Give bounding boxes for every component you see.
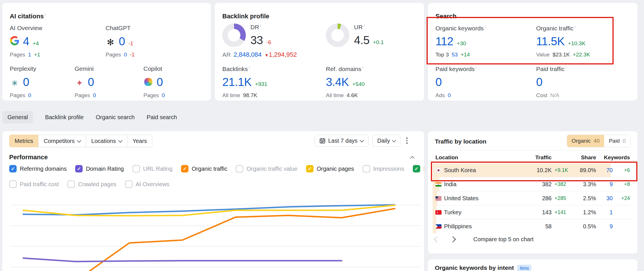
chart-line-domain-rating[interactable]: [23, 258, 342, 262]
info-icon[interactable]: i: [363, 65, 363, 70]
top3-value[interactable]: 53: [452, 52, 458, 58]
traffic-row-south-korea[interactable]: South Korea10.2K+9.1K89.0%70+6: [433, 163, 633, 177]
unchecked-checkbox-icon[interactable]: [236, 165, 243, 172]
tab-backlink-profile[interactable]: Backlink profile: [45, 111, 84, 123]
compare-top5-button[interactable]: Compare top 5 on chart: [473, 236, 534, 243]
metric-checkbox-paid-traffic-cost[interactable]: Paid traffic cost: [9, 180, 59, 188]
metric-checkbox-url-rating[interactable]: URL Rating: [133, 165, 173, 172]
ads-value[interactable]: 0: [448, 92, 451, 99]
keywords-value[interactable]: 30: [596, 195, 613, 202]
metrics-button[interactable]: Metrics: [9, 135, 38, 147]
granularity-dropdown[interactable]: Daily: [372, 135, 400, 147]
traffic-row-india[interactable]: India382+3823.3%9+8: [433, 177, 633, 191]
ar-delta: 1,294,952: [269, 51, 297, 58]
previous-page-icon[interactable]: [434, 236, 440, 242]
pages-value[interactable]: 0: [124, 52, 127, 58]
performance-line-chart[interactable]: [10, 192, 422, 271]
metric-label: AI Overview: [10, 25, 42, 34]
info-icon[interactable]: i: [566, 65, 567, 70]
toggle-organic[interactable]: Organic 40: [567, 135, 604, 147]
collapse-section-button[interactable]: [411, 156, 414, 161]
tab-paid-search[interactable]: Paid search: [147, 111, 177, 123]
checkbox-label: Organic traffic value: [246, 166, 297, 172]
pages-value[interactable]: 0: [162, 92, 165, 99]
tab-general[interactable]: General: [2, 111, 33, 123]
info-icon[interactable]: i: [476, 65, 477, 70]
cost-label: Cost: [536, 92, 547, 99]
checked-checkbox-icon[interactable]: ✓: [306, 165, 314, 172]
metric-value[interactable]: 0: [23, 76, 29, 89]
metric-value[interactable]: 3.4K: [326, 76, 349, 89]
keywords-value[interactable]: 9: [596, 223, 613, 230]
locations-dropdown[interactable]: Locations: [86, 135, 127, 147]
metric-value[interactable]: 21.1K: [222, 76, 252, 89]
search-title: Search: [435, 13, 456, 20]
checked-checkbox-icon[interactable]: ✓: [9, 165, 17, 172]
traffic-row-philippines[interactable]: Philippines580.5%9: [433, 219, 633, 233]
traffic-row-turkey[interactable]: Turkey143+1411.2%1: [433, 205, 633, 219]
triangle-down-icon: ▼: [264, 53, 269, 58]
column-location[interactable]: Location: [435, 154, 519, 161]
column-keywords[interactable]: Keywords: [596, 154, 630, 161]
metric-checkbox-paid-traffic[interactable]: ✓Paid traffic: [413, 165, 424, 172]
competitors-dropdown[interactable]: Competitors: [38, 135, 86, 147]
info-icon[interactable]: i: [260, 23, 261, 28]
metric-checkbox-referring-domains[interactable]: ✓Referring domains: [9, 165, 67, 172]
ar-value[interactable]: 2,848,084: [234, 51, 262, 58]
metric-value[interactable]: 0: [157, 76, 163, 89]
metric-checkbox-impressions[interactable]: Impressions: [363, 165, 404, 172]
info-icon[interactable]: i: [364, 23, 365, 28]
metric-value[interactable]: 4: [23, 35, 29, 48]
pages-value[interactable]: 1: [28, 52, 31, 58]
keywords-value[interactable]: 9: [596, 181, 613, 188]
pages-value[interactable]: 0: [93, 92, 96, 99]
traffic-row-united-states[interactable]: United States286+2852.5%30+24: [433, 191, 633, 205]
unchecked-checkbox-icon[interactable]: [133, 165, 140, 172]
metric-value[interactable]: 0: [435, 76, 442, 89]
info-icon[interactable]: i: [485, 25, 486, 29]
checked-checkbox-icon[interactable]: ✓: [413, 165, 420, 172]
card-title-text: Backlink profile: [222, 13, 269, 20]
column-traffic[interactable]: Traffic: [519, 154, 552, 161]
metric-checkbox-domain-rating[interactable]: ✓Domain Rating: [75, 165, 124, 172]
next-page-icon[interactable]: [450, 236, 456, 242]
unchecked-checkbox-icon[interactable]: [9, 180, 17, 188]
toggle-paid-count: 0: [622, 138, 626, 144]
toggle-paid[interactable]: Paid 0: [604, 135, 630, 147]
info-icon[interactable]: i: [45, 13, 46, 17]
metric-value[interactable]: 11.5K: [536, 35, 565, 48]
metric-value[interactable]: 0: [536, 76, 542, 89]
pages-delta: -1: [130, 52, 135, 58]
alltime-value: 98.7K: [243, 92, 257, 99]
unchecked-checkbox-icon[interactable]: [363, 165, 370, 172]
pages-value[interactable]: 0: [28, 92, 31, 99]
more-options-button[interactable]: [406, 138, 408, 144]
calendar-icon: [320, 138, 325, 144]
checked-checkbox-icon[interactable]: ✓: [75, 165, 83, 172]
metric-value[interactable]: 0: [88, 76, 94, 89]
metric-checkbox-crawled-pages[interactable]: Crawled pages: [67, 180, 116, 188]
keywords-by-intent-card: Organic keywords by intent Beta: [428, 259, 637, 271]
keywords-value[interactable]: 70: [596, 167, 613, 174]
unchecked-checkbox-icon[interactable]: [125, 180, 133, 188]
ar-label: AR: [222, 51, 231, 58]
top3-delta: +14: [461, 52, 470, 58]
metric-value[interactable]: 0: [119, 35, 125, 48]
metric-checkbox-organic-pages[interactable]: ✓Organic pages: [306, 165, 354, 172]
checked-checkbox-icon[interactable]: ✓: [181, 165, 188, 172]
metric-checkbox-ai-overviews[interactable]: AI Overviews: [125, 180, 170, 188]
keywords-value[interactable]: 1: [596, 209, 613, 216]
years-button[interactable]: Years: [127, 135, 152, 147]
unchecked-checkbox-icon[interactable]: [67, 180, 75, 188]
info-icon[interactable]: i: [575, 25, 575, 29]
column-share[interactable]: Share: [575, 154, 596, 161]
value-delta: +22.3K: [573, 52, 590, 58]
metric-delta: -1: [129, 40, 133, 47]
metric-checkbox-organic-traffic-value[interactable]: Organic traffic value: [236, 165, 297, 172]
info-icon[interactable]: i: [249, 65, 250, 70]
date-range-dropdown[interactable]: Last 7 days: [315, 135, 369, 147]
tab-organic-search[interactable]: Organic search: [96, 111, 135, 123]
location-name: Philippines: [444, 223, 519, 230]
metric-checkbox-organic-traffic[interactable]: ✓Organic traffic: [181, 165, 227, 172]
metric-value[interactable]: 112: [435, 35, 453, 48]
